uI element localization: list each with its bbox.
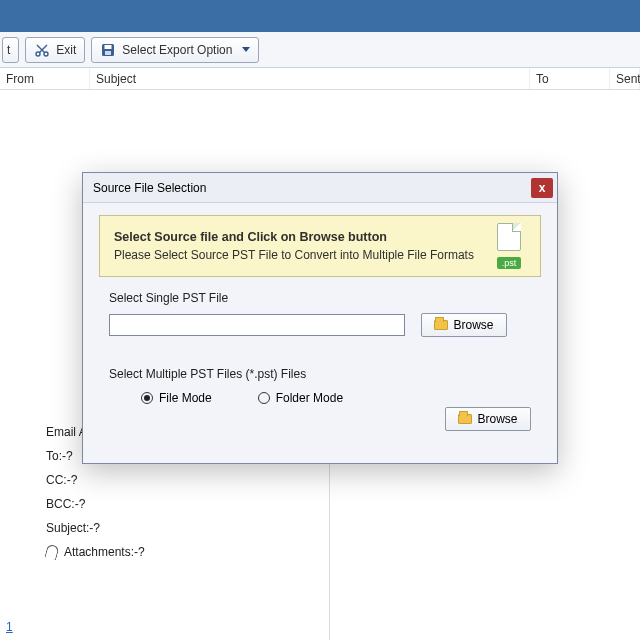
folder-icon — [458, 414, 472, 424]
pst-tag: .pst — [497, 257, 522, 269]
select-export-option-button[interactable]: Select Export Option — [91, 37, 259, 63]
svg-rect-3 — [105, 45, 112, 49]
chevron-down-icon — [242, 47, 250, 52]
col-to[interactable]: To — [530, 68, 610, 89]
browse-multi-button[interactable]: Browse — [445, 407, 531, 431]
browse-single-button[interactable]: Browse — [421, 313, 507, 337]
meta-attachments: Attachments:-? — [46, 540, 319, 564]
export-label: Select Export Option — [122, 43, 232, 57]
paperclip-icon — [44, 544, 59, 561]
multi-pst-label: Select Multiple PST Files (*.pst) Files — [109, 367, 557, 381]
radio-folder-label: Folder Mode — [276, 391, 343, 405]
exit-button[interactable]: Exit — [25, 37, 85, 63]
browse-label: Browse — [477, 412, 517, 426]
meta-cc: CC:-? — [46, 468, 319, 492]
scissors-icon — [34, 42, 50, 58]
banner-title: Select Source file and Click on Browse b… — [114, 230, 474, 244]
source-file-selection-dialog: Source File Selection x Select Source fi… — [82, 172, 558, 464]
exit-label: Exit — [56, 43, 76, 57]
col-from[interactable]: From — [0, 68, 90, 89]
banner-subtitle: Please Select Source PST File to Convert… — [114, 248, 474, 262]
single-pst-path-input[interactable] — [109, 314, 405, 336]
svg-point-1 — [44, 52, 48, 56]
pst-file-icon: .pst — [492, 223, 526, 269]
single-pst-label: Select Single PST File — [109, 291, 557, 305]
radio-icon — [258, 392, 270, 404]
meta-bcc: BCC:-? — [46, 492, 319, 516]
dialog-title: Source File Selection — [93, 181, 206, 195]
save-icon — [100, 42, 116, 58]
radio-icon — [141, 392, 153, 404]
bottom-link-bar: 1 — [0, 620, 640, 634]
toolbar-button-truncated[interactable]: t — [2, 37, 19, 63]
dialog-banner: Select Source file and Click on Browse b… — [99, 215, 541, 277]
folder-icon — [434, 320, 448, 330]
svg-point-0 — [36, 52, 40, 56]
svg-rect-4 — [105, 51, 111, 55]
col-subject[interactable]: Subject — [90, 68, 530, 89]
browse-label: Browse — [453, 318, 493, 332]
bottom-link[interactable]: 1 — [6, 620, 13, 634]
window-titlebar — [0, 0, 640, 32]
mail-columns-header: From Subject To Sent — [0, 68, 640, 90]
attachments-label: Attachments:-? — [64, 540, 145, 564]
col-sent[interactable]: Sent — [610, 68, 640, 89]
close-icon: x — [539, 181, 546, 195]
dialog-close-button[interactable]: x — [531, 178, 553, 198]
radio-file-mode[interactable]: File Mode — [141, 391, 212, 405]
radio-folder-mode[interactable]: Folder Mode — [258, 391, 343, 405]
meta-subject: Subject:-? — [46, 516, 319, 540]
toolbar-label: t — [7, 43, 10, 57]
main-toolbar: t Exit Select Export Option — [0, 32, 640, 68]
radio-file-label: File Mode — [159, 391, 212, 405]
